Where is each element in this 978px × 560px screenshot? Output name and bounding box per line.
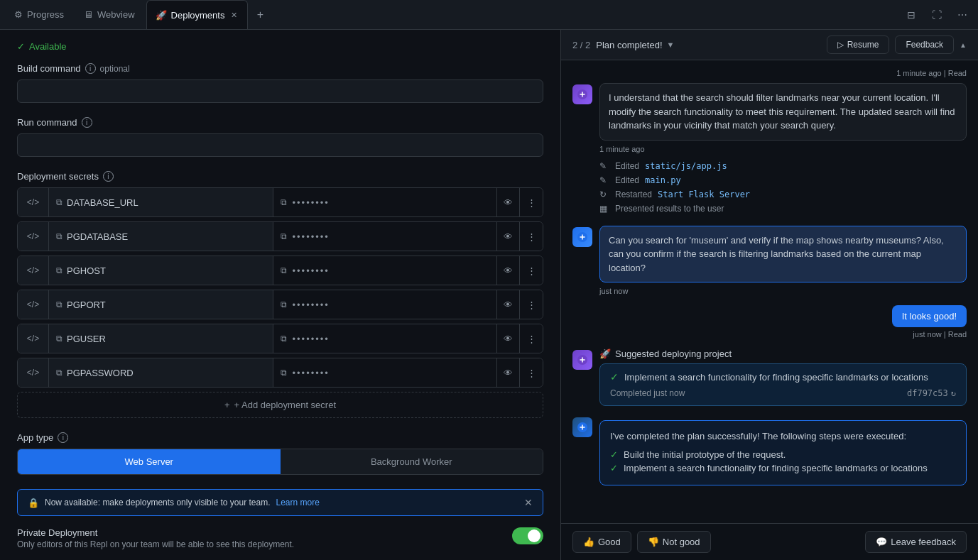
feedback-button[interactable]: Feedback [895,35,954,54]
message-3-read-status: Read [948,330,967,339]
more-options-icon[interactable]: ⋯ [952,5,972,25]
good-button[interactable]: 👍 Good [572,531,631,553]
copy-name-icon[interactable]: ⧉ [56,197,63,207]
refresh-hash-icon[interactable]: ↻ [951,388,956,398]
secret-value: •••••••• [293,334,330,344]
thumbs-up-icon: 👍 [583,537,594,547]
copy-value-icon[interactable]: ⧉ [281,368,288,378]
copy-value-icon[interactable]: ⧉ [281,231,288,241]
available-badge: ✓ Available [17,41,543,52]
message-5: I've completed the plan successfully! Th… [572,416,967,485]
secret-name: PGDATABASE [67,231,128,242]
copy-name-icon[interactable]: ⧉ [56,265,63,275]
message-3-text: It looks good! [902,311,957,322]
resume-button[interactable]: ▷ Resume [827,35,890,54]
secret-value-cell: ⧉ •••••••• [273,222,498,251]
copy-value-icon[interactable]: ⧉ [281,197,288,207]
toggle-thumb [528,529,540,542]
copy-name-icon[interactable]: ⧉ [56,334,63,344]
secret-eye-button[interactable]: 👁 [497,358,520,387]
resume-label: Resume [847,40,879,50]
suggest-header: 🚀 Suggested deploying project [599,348,967,359]
secret-name-cell: ⧉ PGPORT [49,290,273,319]
copy-value-icon[interactable]: ⧉ [281,300,288,309]
leave-feedback-button[interactable]: 💬 Leave feedback [865,531,967,553]
expand-icon[interactable]: ⛶ [927,5,947,25]
secret-eye-button[interactable]: 👁 [497,290,520,319]
secret-eye-button[interactable]: 👁 [497,222,520,251]
action-edit-app-js: ✎ Edited static/js/app.js [599,159,967,173]
message-3-wrapper: It looks good! just now | Read [572,305,967,339]
tab-bar-actions: ⊟ ⛶ ⋯ [901,5,972,25]
run-command-info[interactable]: i [82,117,92,128]
action-edit-2-code: main.py [645,175,681,185]
copy-name-icon[interactable]: ⧉ [56,300,63,309]
tab-deployments[interactable]: 🚀 Deployments ✕ [146,0,249,29]
action-restart: ↻ Restarted Start Flask Server [599,187,967,202]
secret-name: DATABASE_URL [67,197,138,208]
tab-deployments-close[interactable]: ✕ [229,10,239,20]
private-deploy-toggle[interactable] [512,527,543,544]
secrets-label: Deployment secrets [17,171,99,182]
add-secret-label: + Add deployment secret [234,400,336,410]
plan-status: Plan completed! ▼ [596,40,820,50]
info-banner-link[interactable]: Learn more [276,498,319,507]
suggestion-item-1: ✓ Implement a search functionality for f… [610,371,956,383]
message-3-content: It looks good! just now | Read [892,305,967,339]
run-command-input[interactable]: python main.py [17,133,543,157]
secret-value: •••••••• [293,368,330,378]
web-server-button[interactable]: Web Server [18,449,281,474]
completion-card: I've completed the plan successfully! Th… [599,420,967,485]
secret-more-button[interactable]: ⋮ [520,358,543,387]
secret-name: PGHOST [67,265,106,276]
edit-icon-1: ✎ [599,161,609,171]
secret-more-button[interactable]: ⋮ [520,222,543,251]
action-restart-text: Restarted [615,190,652,199]
message-4: 🚀 Suggested deploying project ✓ Implemen… [572,348,967,406]
tab-webview[interactable]: 🖥 Webview [75,0,143,29]
lock-icon: 🔒 [28,498,39,508]
play-icon: ▷ [837,40,844,50]
secret-name-cell: ⧉ PGDATABASE [49,222,273,251]
secret-row-pgport: </> ⧉ PGPORT ⧉ •••••••• 👁 ⋮ [17,290,543,319]
copy-name-icon[interactable]: ⧉ [56,231,63,241]
secret-more-button[interactable]: ⋮ [520,324,543,353]
secret-eye-button[interactable]: 👁 [497,324,520,353]
completion-check-1: ✓ [610,449,618,460]
secret-eye-button[interactable]: 👁 [497,256,520,285]
panel-collapse-icon[interactable]: ▲ [960,41,967,49]
secret-more-button[interactable]: ⋮ [520,256,543,285]
not-good-button[interactable]: 👎 Not good [637,531,711,553]
action-present: ▦ Presented results to the user [599,202,967,216]
secrets-label-row: Deployment secrets i [17,171,543,182]
info-banner: 🔒 Now available: make deployments only v… [17,489,543,516]
split-view-icon[interactable]: ⊟ [901,5,921,25]
copy-value-icon[interactable]: ⧉ [281,265,288,275]
secrets-info[interactable]: i [103,171,114,182]
build-command-info[interactable]: i [85,63,96,74]
tab-add-button[interactable]: + [251,6,269,24]
app-type-info[interactable]: i [58,432,68,443]
secret-name: PGPORT [67,300,106,310]
secret-value-cell: ⧉ •••••••• [273,324,498,353]
good-label: Good [598,537,621,547]
app-type-section: App type i Web Server Background Worker [17,432,543,475]
copy-name-icon[interactable]: ⧉ [56,368,63,378]
ai-avatar-4 [572,350,592,370]
message-4-content: 🚀 Suggested deploying project ✓ Implemen… [599,348,967,406]
present-icon: ▦ [599,204,609,214]
info-banner-close[interactable]: ✕ [524,497,533,508]
secret-more-button[interactable]: ⋮ [520,290,543,319]
plan-status-label: Plan completed! [596,40,662,50]
secret-type-icon: </> [18,358,49,387]
background-worker-button[interactable]: Background Worker [281,449,543,474]
add-secret-button[interactable]: + + Add deployment secret [17,392,543,418]
completion-item-2-text: Implement a search functionality for fin… [624,463,928,473]
copy-value-icon[interactable]: ⧉ [281,334,288,344]
tab-progress[interactable]: ⚙ Progress [6,0,72,29]
build-command-input[interactable] [17,79,543,103]
secret-name-cell: ⧉ PGPASSWORD [49,358,273,387]
secret-eye-button[interactable]: 👁 [497,188,520,216]
secret-name-cell: ⧉ PGUSER [49,324,273,353]
secret-more-button[interactable]: ⋮ [520,188,543,216]
